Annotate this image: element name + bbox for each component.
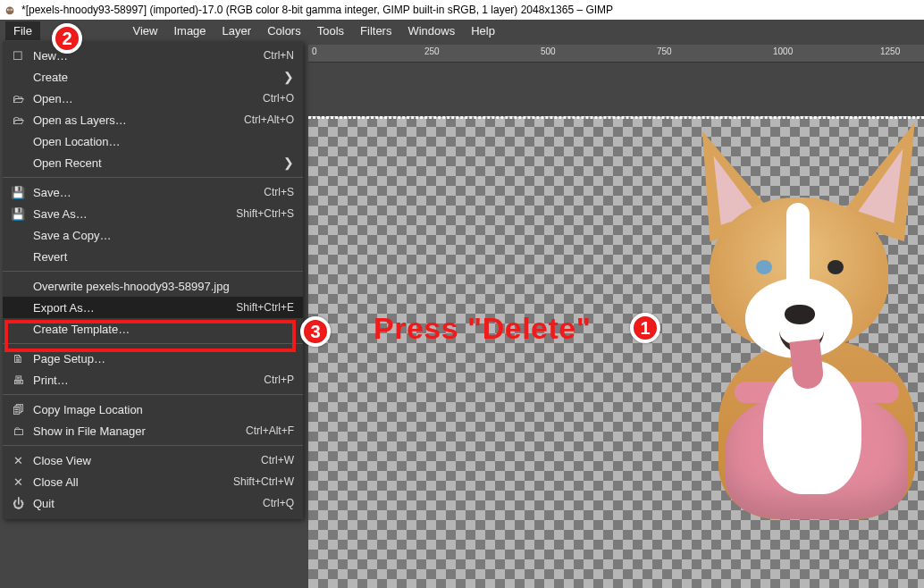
menu-item-accel: Ctrl+N (264, 49, 294, 62)
quit-icon: ⏻ (10, 497, 26, 510)
annotation-badge-1: 1 (630, 313, 660, 343)
menu-item-accel: Shift+Ctrl+E (236, 301, 294, 314)
save-as-icon: 💾 (10, 207, 26, 221)
menu-tools[interactable]: Tools (309, 21, 352, 40)
annotation-badge-2: 2 (52, 23, 82, 54)
menu-view[interactable]: View (125, 21, 166, 40)
ruler-tick: 1000 (773, 46, 793, 56)
copy-icon: 🗐 (10, 403, 26, 416)
menu-quit[interactable]: ⏻ Quit Ctrl+Q (3, 492, 303, 514)
page-setup-icon: 🗎 (10, 352, 26, 365)
ruler-tick: 1250 (880, 46, 900, 56)
menu-print[interactable]: 🖶 Print… Ctrl+P (3, 369, 303, 391)
image-subject-dog (674, 126, 924, 501)
close-icon: ✕ (10, 454, 26, 467)
menu-item-label: Open Recent (33, 156, 276, 170)
save-icon: 💾 (10, 186, 26, 199)
menu-save[interactable]: 💾 Save… Ctrl+S (3, 181, 303, 203)
menu-item-label: Open… (33, 92, 263, 105)
menu-item-label: Open as Layers… (33, 113, 244, 127)
menu-item-label: Export As… (33, 301, 236, 315)
menu-item-label: Quit (33, 497, 263, 510)
menu-item-label: Close View (33, 454, 261, 467)
menu-open-as-layers[interactable]: 🗁 Open as Layers… Ctrl+Alt+O (3, 109, 303, 130)
menu-item-accel: Ctrl+S (264, 186, 294, 198)
menu-open[interactable]: 🗁 Open… Ctrl+O (3, 88, 303, 109)
submenu-arrow-icon: ❯ (276, 70, 294, 84)
selection-marching-ants (308, 117, 924, 119)
menu-revert[interactable]: Revert (3, 246, 303, 267)
menu-item-label: Revert (33, 250, 294, 264)
badge-number: 1 (640, 318, 650, 339)
menu-open-recent[interactable]: Open Recent ❯ (3, 152, 303, 173)
svg-point-0 (6, 7, 14, 15)
menu-separator (3, 343, 303, 344)
canvas[interactable] (308, 116, 924, 588)
ruler-tick: 750 (657, 46, 672, 56)
svg-point-3 (8, 9, 9, 10)
menu-create-template[interactable]: Create Template… (3, 318, 303, 340)
menu-item-label: Save… (33, 186, 264, 199)
ruler-tick: 250 (424, 46, 440, 56)
menu-help[interactable]: Help (463, 21, 503, 40)
menu-new[interactable]: ☐ New… Ctrl+N (3, 45, 303, 66)
submenu-arrow-icon: ❯ (276, 155, 294, 170)
menu-item-label: Page Setup… (33, 352, 294, 365)
menu-save-as[interactable]: 💾 Save As… Shift+Ctrl+S (3, 203, 303, 224)
menu-open-location[interactable]: Open Location… (3, 130, 303, 152)
badge-number: 3 (310, 322, 320, 342)
gimp-app-icon (4, 4, 16, 16)
menu-item-accel: Shift+Ctrl+W (233, 475, 294, 488)
menu-item-label: Create Template… (33, 323, 294, 336)
menu-save-copy[interactable]: Save a Copy… (3, 224, 303, 246)
menu-item-label: Open Location… (33, 135, 294, 148)
menu-item-label: Save a Copy… (33, 229, 294, 242)
menu-colors[interactable]: Colors (259, 21, 309, 40)
menu-copy-image-location[interactable]: 🗐 Copy Image Location (3, 399, 303, 420)
menu-item-accel: Ctrl+Alt+F (246, 424, 294, 437)
menu-create[interactable]: Create ❯ (3, 66, 303, 88)
file-menu-dropdown: ☐ New… Ctrl+N Create ❯ 🗁 Open… Ctrl+O 🗁 … (3, 41, 303, 519)
new-icon: ☐ (10, 49, 26, 63)
menu-overwrite[interactable]: Overwrite pexels-hnoody93-58997.jpg (3, 275, 303, 297)
close-all-icon: ✕ (10, 475, 26, 489)
menu-windows[interactable]: Windows (399, 21, 463, 40)
ruler-tick: 500 (541, 46, 556, 56)
menu-item-label: Create (33, 71, 276, 84)
menu-file[interactable]: File (5, 21, 40, 40)
open-icon: 🗁 (10, 92, 26, 105)
print-icon: 🖶 (10, 374, 26, 387)
annotation-text-press-delete: Press "Delete" (374, 311, 591, 346)
menu-item-label: Save As… (33, 207, 236, 221)
menu-layer[interactable]: Layer (214, 21, 260, 40)
menu-separator (3, 271, 303, 272)
window-title: *[pexels-hnoody93-58997] (imported)-17.0… (21, 4, 613, 16)
menu-item-accel: Ctrl+Alt+O (244, 113, 294, 126)
menu-export-as[interactable]: Export As… Shift+Ctrl+E (3, 297, 303, 318)
menu-item-accel: Ctrl+O (263, 92, 294, 105)
menu-filters[interactable]: Filters (352, 21, 399, 40)
menu-item-label: Copy Image Location (33, 403, 294, 416)
menu-item-accel: Ctrl+Q (263, 497, 294, 509)
ruler-horizontal: 0 250 500 750 1000 1250 (308, 45, 924, 63)
menu-separator (3, 394, 303, 395)
open-layers-icon: 🗁 (10, 113, 26, 127)
menu-page-setup[interactable]: 🗎 Page Setup… (3, 348, 303, 369)
menu-separator (3, 177, 303, 178)
menu-close-all[interactable]: ✕ Close All Shift+Ctrl+W (3, 471, 303, 492)
badge-number: 2 (62, 29, 71, 49)
folder-icon: 🗀 (10, 424, 26, 438)
menu-item-accel: Ctrl+W (261, 454, 294, 466)
svg-point-4 (11, 9, 12, 10)
annotation-badge-3: 3 (300, 316, 331, 347)
ruler-tick: 0 (312, 46, 317, 56)
menu-item-label: Overwrite pexels-hnoody93-58997.jpg (33, 280, 294, 293)
menubar: File Edit Select View Image Layer Colors… (0, 20, 924, 41)
menu-separator (3, 445, 303, 446)
menu-image[interactable]: Image (165, 21, 214, 40)
menu-show-in-file-manager[interactable]: 🗀 Show in File Manager Ctrl+Alt+F (3, 420, 303, 441)
menu-item-label: Show in File Manager (33, 424, 246, 438)
window-titlebar: *[pexels-hnoody93-58997] (imported)-17.0… (0, 0, 924, 20)
menu-close-view[interactable]: ✕ Close View Ctrl+W (3, 449, 303, 471)
menu-item-accel: Ctrl+P (264, 374, 294, 386)
